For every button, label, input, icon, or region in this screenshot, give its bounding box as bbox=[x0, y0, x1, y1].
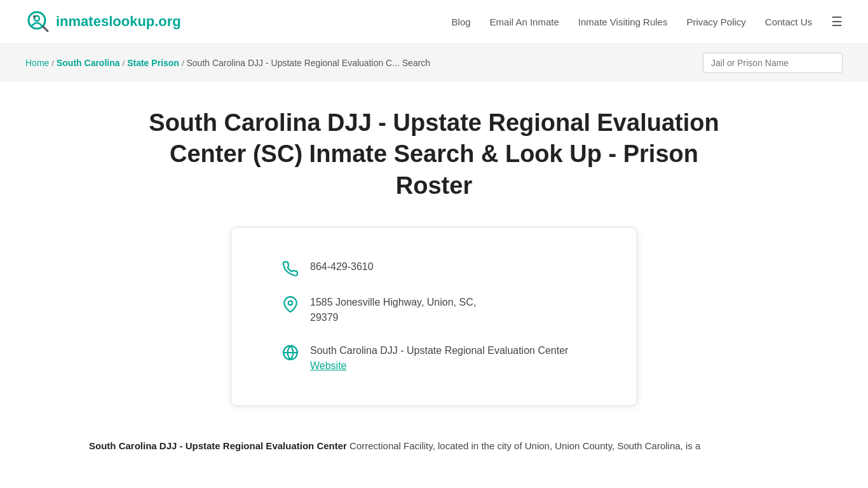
info-card-wrapper: 864-429-3610 1585 Jonesville Highway, Un… bbox=[0, 220, 868, 425]
website-link[interactable]: Website bbox=[310, 360, 347, 371]
info-card: 864-429-3610 1585 Jonesville Highway, Un… bbox=[231, 227, 637, 406]
facility-name-bold: South Carolina DJJ - Upstate Regional Ev… bbox=[89, 440, 347, 451]
svg-point-2 bbox=[33, 15, 36, 18]
jail-search-input[interactable] bbox=[703, 53, 843, 73]
nav-privacy-policy[interactable]: Privacy Policy bbox=[686, 17, 745, 27]
logo[interactable]: inmateslookup.org bbox=[25, 9, 181, 34]
website-text: South Carolina DJJ - Upstate Regional Ev… bbox=[310, 343, 586, 374]
hamburger-menu-icon[interactable]: ☰ bbox=[831, 14, 843, 29]
description-body: Correctional Facility, located in the ci… bbox=[347, 440, 700, 451]
logo-text: inmateslookup.org bbox=[56, 13, 181, 30]
page-title: South Carolina DJJ - Upstate Regional Ev… bbox=[148, 107, 720, 201]
address-text: 1585 Jonesville Highway, Union, SC, 2937… bbox=[310, 295, 476, 325]
breadcrumb-sep-2: / bbox=[123, 58, 125, 68]
globe-icon bbox=[282, 344, 299, 361]
breadcrumb: Home / South Carolina / State Prison / S… bbox=[25, 58, 430, 68]
page-title-section: South Carolina DJJ - Upstate Regional Ev… bbox=[0, 82, 868, 220]
breadcrumb-sep-3: / bbox=[182, 58, 184, 68]
phone-icon bbox=[282, 261, 299, 277]
breadcrumb-home[interactable]: Home bbox=[25, 58, 49, 68]
nav-visiting-rules[interactable]: Inmate Visiting Rules bbox=[578, 17, 668, 27]
description-text: South Carolina DJJ - Upstate Regional Ev… bbox=[89, 438, 779, 454]
description-section: South Carolina DJJ - Upstate Regional Ev… bbox=[0, 425, 868, 473]
website-row: South Carolina DJJ - Upstate Regional Ev… bbox=[282, 343, 586, 374]
logo-icon bbox=[25, 9, 51, 34]
phone-row: 864-429-3610 bbox=[282, 259, 586, 277]
breadcrumb-sep-1: / bbox=[51, 58, 54, 68]
main-nav: Blog Email An Inmate Inmate Visiting Rul… bbox=[452, 14, 843, 29]
breadcrumb-current: South Carolina DJJ - Upstate Regional Ev… bbox=[187, 58, 431, 68]
breadcrumb-type[interactable]: State Prison bbox=[127, 58, 179, 68]
site-header: inmateslookup.org Blog Email An Inmate I… bbox=[0, 0, 868, 44]
breadcrumb-state[interactable]: South Carolina bbox=[57, 58, 120, 68]
phone-number: 864-429-3610 bbox=[310, 259, 374, 274]
address-row: 1585 Jonesville Highway, Union, SC, 2937… bbox=[282, 295, 586, 325]
nav-contact-us[interactable]: Contact Us bbox=[765, 17, 812, 27]
nav-email-inmate[interactable]: Email An Inmate bbox=[490, 17, 559, 27]
svg-line-3 bbox=[43, 27, 48, 31]
location-icon bbox=[282, 296, 299, 313]
nav-blog[interactable]: Blog bbox=[452, 17, 471, 27]
svg-point-4 bbox=[288, 301, 293, 306]
breadcrumb-bar: Home / South Carolina / State Prison / S… bbox=[0, 44, 868, 82]
